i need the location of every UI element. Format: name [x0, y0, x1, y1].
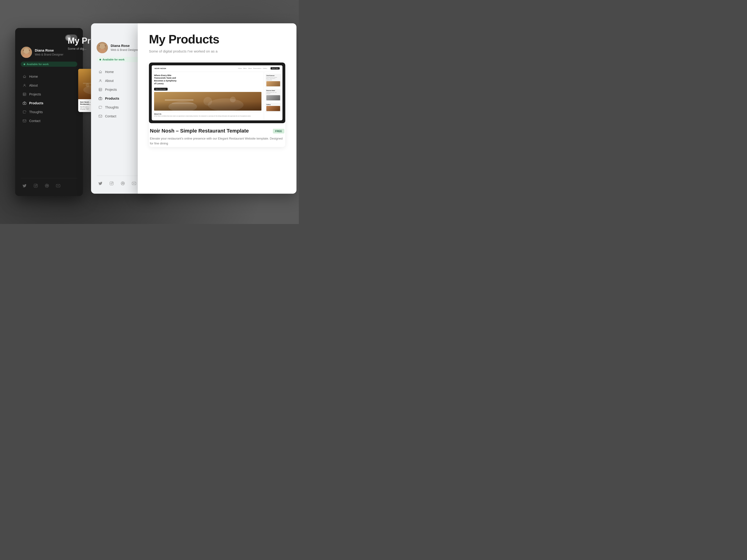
thoughts-icon-light: [99, 105, 102, 109]
dark-available-badge: Available for work: [21, 61, 77, 67]
dark-nav-products[interactable]: Products: [21, 99, 77, 107]
svg-point-58: [230, 97, 236, 103]
product-card-noir-nosh: NOIR NOSH HomeMenuAboutReservationsGalle…: [149, 62, 285, 147]
dark-nav-about-label: About: [29, 83, 38, 87]
svg-point-36: [101, 46, 102, 47]
dark-nav-thoughts-label: Thoughts: [29, 110, 43, 114]
mock-sidebar: Chef Estevan Passionate about culinary f…: [264, 72, 282, 121]
mock-hero-image: [154, 92, 261, 111]
about-icon-dark: [23, 83, 26, 87]
dark-social-row: [21, 178, 77, 189]
dark-avatar-image: [21, 47, 32, 58]
main-content-panel: My Products Some of digital products I'v…: [138, 23, 297, 194]
mock-about-text: At Noir Nosh, we believe that every meal…: [154, 115, 261, 117]
product-info-section: Noir Nosh – Simple Restaurant Template F…: [149, 123, 285, 147]
projects-icon-dark: [23, 92, 26, 96]
svg-point-3: [25, 50, 26, 51]
svg-rect-46: [99, 115, 102, 117]
light-available-label: Available for work: [102, 58, 124, 61]
products-icon-dark: [23, 101, 26, 105]
svg-point-49: [112, 182, 113, 183]
dark-avatar: [21, 47, 32, 58]
projects-icon-light: [99, 88, 102, 91]
products-icon-light: [99, 97, 102, 100]
mock-cta-btn: Book a Reservation: [154, 88, 168, 90]
svg-point-57: [204, 97, 212, 106]
dark-nav-products-label: Products: [29, 101, 44, 105]
instagram-icon-light[interactable]: [108, 180, 115, 187]
light-nav-home-label: Home: [105, 70, 114, 74]
mock-main-content: Where Every BiteTranscends Taste andBeco…: [152, 72, 264, 121]
svg-point-4: [27, 50, 28, 51]
product-mockup: NOIR NOSH HomeMenuAboutReservationsGalle…: [152, 65, 282, 121]
svg-rect-55: [165, 100, 194, 101]
svg-point-34: [100, 44, 104, 49]
main-page-title: My Products: [149, 33, 285, 46]
contact-icon-dark: [23, 119, 26, 123]
product-name: Noir Nosh – Simple Restaurant Template: [150, 128, 249, 134]
mock-nav: HomeMenuAboutReservationsGallery: [238, 68, 267, 69]
svg-point-22: [86, 83, 89, 87]
svg-point-16: [36, 185, 37, 185]
twitter-icon-light[interactable]: [97, 180, 104, 187]
mock-about-section: About Us At Noir Nosh, we believe that e…: [154, 112, 261, 118]
dark-nav-list: Home About Projects: [21, 72, 77, 174]
dribbble-icon-dark[interactable]: [43, 182, 51, 189]
product-description: Elevate your restaurant's online presenc…: [150, 136, 284, 146]
mock-website-header: NOIR NOSH HomeMenuAboutReservationsGalle…: [152, 65, 282, 72]
dark-nav-contact-label: Contact: [29, 119, 41, 123]
dark-sidebar-panel: Diana Rose Web & Brand Designer Availabl…: [15, 28, 83, 196]
mock-gallery-img: [266, 106, 280, 111]
home-icon-light: [99, 70, 102, 74]
light-nav-projects-label: Projects: [105, 88, 117, 91]
dark-nav-home-label: Home: [29, 75, 38, 78]
product-title-row: Noir Nosh – Simple Restaurant Template F…: [150, 128, 284, 134]
svg-rect-6: [23, 93, 26, 96]
dark-nav-projects[interactable]: Projects: [21, 90, 77, 99]
svg-rect-13: [23, 120, 26, 122]
mock-website-content: Where Every BiteTranscends Taste andBeco…: [152, 72, 282, 121]
mock-logo: NOIR NOSH: [155, 68, 166, 70]
light-available-dot: [99, 59, 101, 60]
dark-nav-about[interactable]: About: [21, 81, 77, 89]
svg-point-1: [24, 49, 28, 53]
dark-nav-home[interactable]: Home: [21, 72, 77, 81]
mock-about-title: About Us: [154, 113, 261, 115]
mock-hotel-img: [266, 95, 280, 100]
svg-rect-39: [99, 88, 102, 91]
mock-sidebar-hotel: Reserve Hotel Sophisticated room, well d…: [265, 89, 281, 101]
dark-nav-projects-label: Projects: [29, 92, 41, 96]
dribbble-icon-light[interactable]: [119, 180, 127, 187]
svg-point-53: [168, 101, 197, 111]
dark-profile-role: Web & Brand Designer: [35, 53, 77, 56]
dark-available-label: Available for work: [27, 63, 49, 65]
svg-marker-18: [58, 185, 59, 186]
product-image-container: NOIR NOSH HomeMenuAboutReservationsGalle…: [149, 62, 285, 123]
svg-rect-47: [110, 182, 113, 185]
light-avatar: [97, 42, 108, 53]
svg-point-38: [100, 80, 101, 81]
light-avatar-image: [97, 42, 108, 53]
light-nav-products-label: Products: [105, 97, 119, 100]
twitter-icon-dark[interactable]: [21, 182, 28, 189]
youtube-icon-light[interactable]: [130, 180, 138, 187]
dark-available-dot: [24, 63, 25, 65]
mock-sidebar-chef: Chef Estevan Passionate about culinary f…: [265, 74, 281, 88]
thoughts-icon-dark: [23, 110, 26, 114]
about-icon-light: [99, 79, 102, 83]
youtube-icon-dark[interactable]: [54, 182, 62, 189]
home-icon-dark: [23, 75, 26, 78]
light-nav-thoughts-label: Thoughts: [105, 105, 119, 109]
light-nav-about-label: About: [105, 79, 114, 83]
mock-headline: Where Every BiteTranscends Taste andBeco…: [154, 74, 261, 85]
mock-chef-img: [266, 81, 280, 86]
svg-rect-56: [172, 103, 194, 104]
light-nav-contact-label: Contact: [105, 114, 116, 118]
contact-icon-light: [99, 114, 102, 118]
instagram-icon-dark[interactable]: [32, 182, 40, 189]
svg-point-37: [102, 46, 103, 47]
svg-point-54: [208, 99, 243, 111]
dark-nav-contact[interactable]: Contact: [21, 117, 77, 125]
mock-sidebar-gallery: Gallery: [265, 103, 281, 112]
dark-nav-thoughts[interactable]: Thoughts: [21, 108, 77, 116]
